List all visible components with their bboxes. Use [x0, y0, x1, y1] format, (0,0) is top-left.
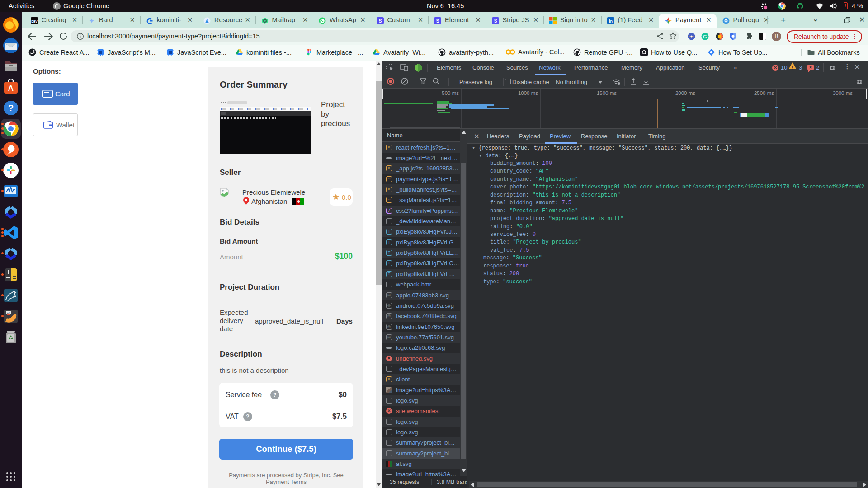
svg-text:S: S: [378, 19, 382, 23]
svg-text:in: in: [609, 19, 613, 23]
svg-text:DEV: DEV: [31, 20, 38, 23]
svg-text:GK: GK: [7, 311, 10, 314]
svg-text:A: A: [8, 84, 14, 93]
svg-text:S: S: [436, 19, 439, 23]
svg-text:?: ?: [8, 103, 14, 113]
svg-text:S: S: [494, 19, 497, 23]
svg-text:G: G: [703, 34, 707, 39]
